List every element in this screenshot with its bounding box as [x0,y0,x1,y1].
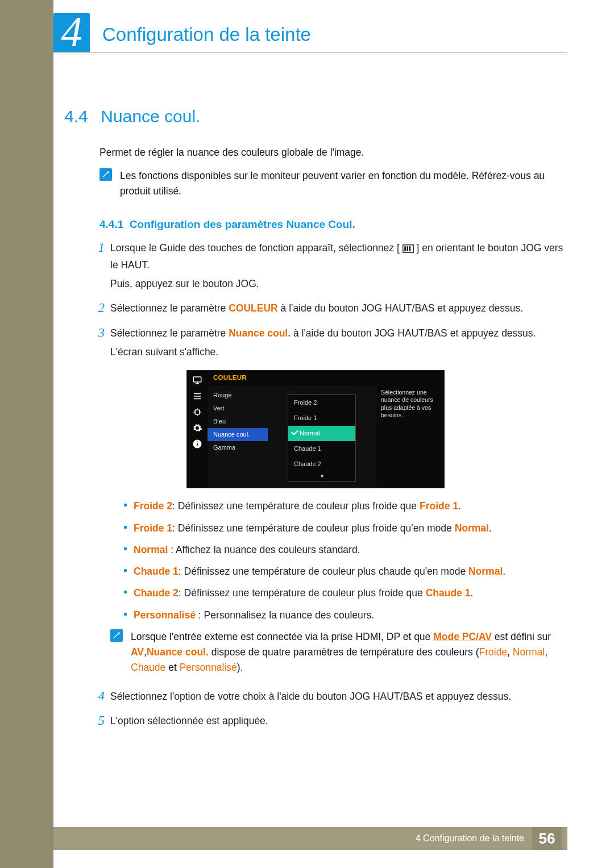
osd-help-text: Sélectionnez une nuance de couleurs plus… [376,385,444,488]
step-number: 3 [96,326,105,684]
left-margin-band [0,0,53,868]
step-body: Sélectionnez le paramètre Nuance coul. à… [110,326,569,684]
section-heading: 4.4 Nuance coul. [64,107,200,126]
bullet-chaude1: Chaude 1: Définissez une température de … [124,564,569,579]
svg-rect-4 [193,377,201,382]
header-rule-shadow [53,54,567,55]
osd-item-selected: Nuance coul. [208,428,268,441]
svg-rect-8 [197,441,198,442]
step-2: 2 Sélectionnez le paramètre COULEUR à l'… [96,301,569,319]
step-number: 1 [96,240,105,295]
step-3: 3 Sélectionnez le paramètre Nuance coul.… [96,326,569,684]
svg-rect-7 [197,443,198,446]
osd-item: Rouge [208,389,268,402]
bullet-personnalise: Personnalisé : Personnalisez la nuance d… [124,608,569,622]
bullet-froide1: Froide 1: Définissez une température de … [124,521,569,535]
note-2-text: Lorsque l'entrée externe est connectée v… [131,629,569,675]
step-body: Sélectionnez le paramètre COULEUR à l'ai… [110,301,569,319]
section-title: Nuance coul. [101,107,200,126]
step-body: L'option sélectionnée est appliquée. [110,713,569,732]
svg-rect-5 [195,410,200,414]
footer-bar: 4 Configuration de la teinte 56 [53,827,567,850]
steps-list: 1 Lorsque le Guide des touches de foncti… [96,240,569,738]
osd-item: Vert [208,402,268,415]
bullet-froide2: Froide 2: Définissez une température de … [124,499,569,513]
step-number: 4 [96,689,105,708]
header-rule [53,52,567,53]
subsection-number: 4.4.1 [99,218,123,230]
subsection-title: Configuration des paramètres Nuance Coul… [130,218,355,230]
step-1: 1 Lorsque le Guide des touches de foncti… [96,240,569,295]
term-mode-pc-av: Mode PC/AV [433,631,492,642]
osd-screenshot: COULEUR Rouge Vert Bleu Nuance coul. Gam… [186,370,445,489]
svg-rect-3 [409,246,410,251]
footer-chapter-title: 4 Configuration de la teinte [416,833,524,844]
chapter-badge: 4 [53,13,90,53]
chevron-down-icon: ▾ [288,472,355,482]
osd-submenu: Froide 2 Froide 1 Normal Chaude 1 Chaude… [288,394,356,483]
display-icon [190,374,205,387]
osd-item: Bleu [208,415,268,428]
svg-rect-2 [406,246,408,251]
note-block: Les fonctions disponibles sur le moniteu… [99,168,568,199]
term-couleur: COULEUR [229,302,278,314]
step-number: 5 [96,713,105,732]
chapter-title: Configuration de la teinte [102,24,311,45]
osd-list: Rouge Vert Bleu Nuance coul. Gamma [208,385,268,488]
list-icon [190,390,205,402]
note-text: Les fonctions disponibles sur le moniteu… [120,168,568,199]
bullet-chaude2: Chaude 2: Définissez une température de … [124,585,569,600]
osd-sub-item: Froide 2 [288,395,355,410]
option-descriptions: Froide 2: Définissez une température de … [124,499,569,622]
osd-item: Gamma [208,441,268,454]
svg-rect-1 [404,246,406,251]
term-nuance-coul: Nuance coul. [229,327,291,339]
section-number: 4.4 [64,107,96,126]
osd-sub-item: Froide 1 [288,410,355,426]
subsection-heading: 4.4.1 Configuration des paramètres Nuanc… [99,218,355,231]
intro-text: Permet de régler la nuance des couleurs … [99,147,364,159]
resize-icon [190,406,205,418]
chapter-number: 4 [61,11,82,53]
osd-title: COULEUR [208,371,444,385]
menu-icon [403,242,414,258]
step-body: Sélectionnez l'option de votre choix à l… [110,689,569,708]
bullet-normal: Normal : Affichez la nuance des couleurs… [124,542,569,557]
step-5: 5 L'option sélectionnée est appliquée. [96,713,569,732]
note-block-2: Lorsque l'entrée externe est connectée v… [110,629,569,675]
note-icon [99,168,112,181]
osd-sub-item-selected: Normal [288,426,355,441]
osd-nav [187,371,208,488]
osd-sub-item: Chaude 2 [288,456,355,472]
info-icon [190,438,205,450]
page-number: 56 [532,827,562,850]
gear-icon [190,422,205,434]
step-body: Lorsque le Guide des touches de fonction… [110,240,569,295]
note-icon [110,629,123,642]
step-number: 2 [96,301,105,319]
step-4: 4 Sélectionnez l'option de votre choix à… [96,689,569,708]
osd-sub-item: Chaude 1 [288,441,355,456]
